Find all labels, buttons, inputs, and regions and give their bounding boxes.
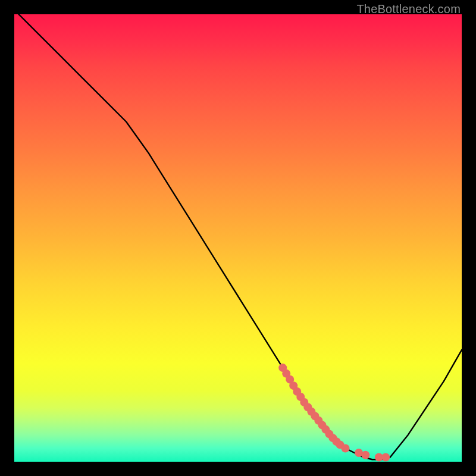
highlight-dot bbox=[361, 451, 369, 459]
plot-area bbox=[14, 14, 462, 462]
highlight-dot bbox=[341, 444, 349, 452]
chart-svg bbox=[14, 14, 462, 462]
bottleneck-curve bbox=[14, 14, 462, 459]
chart-frame: TheBottleneck.com bbox=[0, 0, 476, 476]
highlight-dot bbox=[381, 453, 390, 461]
watermark-text: TheBottleneck.com bbox=[356, 2, 461, 16]
highlight-dots bbox=[278, 364, 390, 461]
